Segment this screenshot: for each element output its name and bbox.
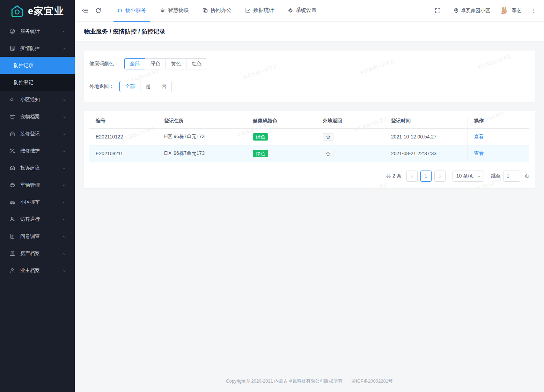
prev-page-button[interactable]	[406, 171, 418, 182]
more-menu-icon[interactable]	[529, 6, 538, 15]
sidebar-item-label: 房产档案	[20, 250, 62, 257]
sidebar: e家宜业 服务统计疫情防控防控记录防控登记小区通知宠物档案装修登记维修维护投诉建…	[0, 0, 75, 392]
page-number-button[interactable]: 1	[420, 171, 432, 182]
column-header-3: 外地返回	[316, 116, 385, 128]
refresh-icon[interactable]	[93, 6, 103, 16]
cell-record-id: E202108211	[89, 145, 158, 162]
cell-health-code: 绿色	[247, 145, 316, 162]
page-size-select[interactable]: 10 条/页	[453, 171, 484, 182]
submenu-epidemic-control: 防控记录防控登记	[0, 57, 75, 91]
return-option-0[interactable]: 全部	[119, 81, 140, 92]
sidebar-item-owner-files[interactable]: 业主档案	[0, 262, 75, 279]
tab-collaborative-office[interactable]: 协同办公	[199, 0, 235, 22]
tab-property-service[interactable]: 物业服务	[113, 0, 150, 22]
megaphone-icon	[9, 97, 15, 103]
sidebar-item-service-stats[interactable]: 服务统计	[0, 23, 75, 40]
sidebar-item-label: 小区挪车	[20, 199, 62, 205]
sidebar-item-label: 投诉建议	[20, 165, 62, 171]
chevron-down-icon	[62, 217, 66, 221]
logo-house-icon	[10, 5, 24, 18]
sidebar-item-pet-files[interactable]: 宠物档案	[0, 108, 75, 125]
top-tabs: 物业服务智慧物联协同办公数据统计系统设置	[110, 0, 323, 22]
tab-label: 物业服务	[125, 7, 146, 14]
username: 季艺	[512, 8, 522, 14]
watermark: 卓瓦家园小区季艺	[352, 182, 389, 188]
tab-label: 系统设置	[296, 7, 317, 14]
sidebar-item-label: 疫情防控	[20, 45, 62, 52]
return-option-2[interactable]: 否	[156, 81, 172, 92]
jump-to-label: 跳至	[491, 173, 501, 179]
sidebar-item-property-files[interactable]: 房产档案	[0, 245, 75, 262]
health-code-filter-group: 全部绿色黄色红色	[124, 58, 207, 69]
cell-register-time: 2021-10-12 00:54:27	[385, 128, 468, 145]
return-filter-group: 全部是否	[119, 81, 172, 92]
health-code-option-2[interactable]: 黄色	[166, 58, 186, 69]
view-link[interactable]: 查看	[474, 150, 484, 156]
sidebar-item-label: 业主档案	[20, 267, 62, 274]
sidebar-item-label: 服务统计	[20, 28, 62, 35]
fingerprint-icon	[160, 7, 166, 13]
fullscreen-icon[interactable]	[432, 6, 443, 16]
sidebar-item-epidemic-control[interactable]: 疫情防控	[0, 40, 75, 57]
sidebar-item-repair-maintenance[interactable]: 维修维护	[0, 142, 75, 159]
collapse-sidebar-icon[interactable]	[80, 6, 90, 16]
health-code-option-3[interactable]: 红色	[186, 58, 207, 69]
tab-smart-iot[interactable]: 智慧物联	[156, 0, 192, 22]
community-name: 卓瓦家园小区	[461, 8, 490, 14]
tab-data-statistics[interactable]: 数据统计	[241, 0, 278, 22]
renovation-icon	[9, 131, 15, 137]
next-page-button[interactable]	[434, 171, 446, 182]
chevron-up-icon	[62, 46, 66, 51]
app-screen: e家宜业 服务统计疫情防控防控记录防控登记小区通知宠物档案装修登记维修维护投诉建…	[0, 0, 544, 392]
chevron-down-icon	[62, 115, 66, 119]
column-header-1: 登记住所	[158, 116, 247, 128]
location-pin-icon	[453, 8, 459, 14]
copyright-text: Copyright © 2020-2021 内蒙古卓瓦科技有限公司版权所有	[226, 378, 342, 384]
sidebar-subitem-control-records[interactable]: 防控记录	[0, 57, 75, 74]
filter-card: 健康码颜色： 全部绿色黄色红色 外地返回： 全部是否 卓瓦家园小区季艺卓瓦家园小…	[84, 51, 535, 102]
sidebar-item-questionnaire[interactable]: 问卷调查	[0, 228, 75, 245]
cell-returned: 否	[316, 128, 385, 145]
health-code-option-0[interactable]: 全部	[124, 58, 145, 69]
jump-page-input[interactable]	[503, 171, 520, 182]
icp-number: 蒙ICP备20002281号	[351, 378, 393, 384]
app-logo: e家宜业	[0, 0, 75, 22]
repair-icon	[9, 148, 15, 154]
cell-address: E区 96栋7单元173	[158, 128, 247, 145]
pagination: 共 2 条 1 10 条/页 跳至	[89, 171, 529, 182]
gear-icon	[287, 7, 293, 13]
office-icon	[202, 7, 208, 13]
user-avatar[interactable]	[500, 7, 508, 15]
sidebar-item-community-notice[interactable]: 小区通知	[0, 91, 75, 108]
sidebar-subitem-control-register[interactable]: 防控登记	[0, 74, 75, 91]
breadcrumb: 物业服务 / 疫情防控 / 防控记录	[84, 28, 165, 36]
tab-system-settings[interactable]: 系统设置	[284, 0, 320, 22]
building-icon	[9, 250, 15, 256]
topbar-right: 卓瓦家园小区 季艺	[432, 6, 538, 16]
health-code-filter-label: 健康码颜色：	[89, 61, 119, 67]
topbar: 物业服务智慧物联协同办公数据统计系统设置 卓瓦家园小区	[75, 0, 544, 22]
chevron-down-icon	[62, 269, 66, 273]
health-code-option-1[interactable]: 绿色	[145, 58, 166, 69]
sidebar-item-renovation-register[interactable]: 装修登记	[0, 125, 75, 142]
return-option-1[interactable]: 是	[140, 81, 156, 92]
sidebar-item-label: 访客通行	[20, 216, 62, 223]
sidebar-item-vehicle-management[interactable]: 车辆管理	[0, 176, 75, 194]
chevron-down-icon	[62, 98, 66, 102]
stats-icon	[245, 7, 251, 13]
sidebar-item-label: 宠物档案	[20, 114, 62, 120]
cell-register-time: 2021-08-21 22:37:33	[385, 145, 468, 162]
breadcrumb-bar: 物业服务 / 疫情防控 / 防控记录	[75, 22, 544, 42]
table-header-row: 编号登记住所健康码颜色外地返回登记时间操作	[89, 116, 529, 128]
sidebar-item-visitor-access[interactable]: 访客通行	[0, 211, 75, 228]
cell-actions: 查看	[468, 128, 529, 145]
sidebar-item-community-move-car[interactable]: 小区挪车	[0, 194, 75, 211]
view-link[interactable]: 查看	[474, 134, 484, 139]
vehicle-icon	[9, 182, 15, 188]
chevron-down-icon	[62, 149, 66, 153]
column-header-2: 健康码颜色	[247, 116, 316, 128]
table-row: E202108211E区 96栋7单元173绿色否2021-08-21 22:3…	[89, 145, 529, 162]
chevron-down-icon	[477, 174, 481, 178]
sidebar-item-complaints-suggestions[interactable]: 投诉建议	[0, 159, 75, 176]
community-selector[interactable]: 卓瓦家园小区	[453, 8, 490, 14]
